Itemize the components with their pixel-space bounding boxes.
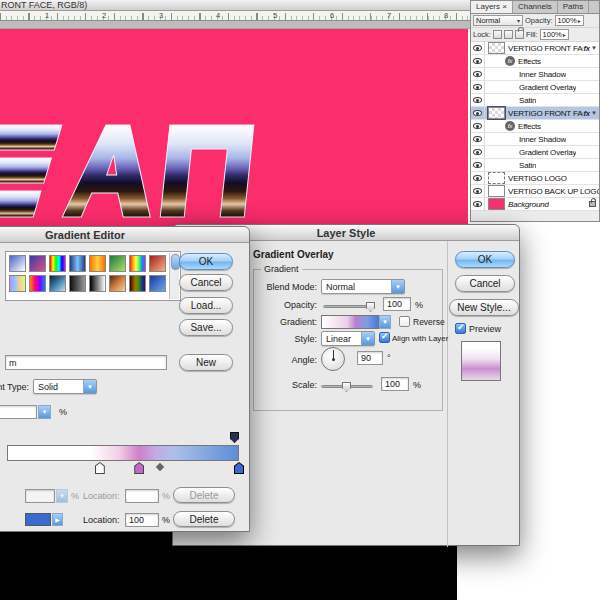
layer-row[interactable]: VERTIGO FRONT FACEfx▼ <box>471 107 599 120</box>
visibility-toggle[interactable] <box>471 55 485 67</box>
panel-tab-layers[interactable]: Layers × <box>471 1 513 13</box>
layer-thumbnail[interactable] <box>488 185 505 197</box>
cancel-button[interactable]: Cancel <box>179 274 233 291</box>
color-stop[interactable] <box>234 462 244 474</box>
fill-value[interactable]: 100%▸ <box>540 29 569 40</box>
cancel-button[interactable]: Cancel <box>455 275 515 292</box>
fx-indicator[interactable]: fx▼ <box>583 109 599 118</box>
angle-dial[interactable] <box>321 347 345 371</box>
gradient-preset[interactable] <box>89 255 106 272</box>
blend-mode-dropdown[interactable]: Normal▼ <box>321 279 405 294</box>
layer-row[interactable]: VERTIGO BACK UP LOGO <box>471 185 599 198</box>
preview-checkbox[interactable] <box>455 323 466 334</box>
opacity-stop[interactable] <box>230 432 239 443</box>
smoothness-dropdown-button[interactable]: ▼ <box>38 405 51 419</box>
delete-color-stop-button[interactable]: Delete <box>173 511 235 527</box>
stop-location-input[interactable] <box>125 489 159 503</box>
ok-button[interactable]: OK <box>179 253 233 270</box>
layer-effect-row[interactable]: fxEffects <box>471 55 599 68</box>
layer-effect-row[interactable]: Gradient Overlay <box>471 81 599 94</box>
layer-effect-row[interactable]: Satin <box>471 94 599 107</box>
layer-effect-row[interactable]: Gradient Overlay <box>471 146 599 159</box>
visibility-toggle[interactable] <box>471 81 485 93</box>
gradient-picker-button[interactable]: ▼ <box>379 315 391 329</box>
visibility-toggle[interactable] <box>471 120 485 132</box>
gradient-preset[interactable] <box>129 275 146 292</box>
style-dropdown[interactable]: Linear▼ <box>321 331 375 346</box>
panel-tab-paths[interactable]: Paths <box>558 1 589 13</box>
gradient-preset[interactable] <box>9 275 26 292</box>
new-style-button[interactable]: New Style... <box>449 299 519 316</box>
gradient-preset[interactable] <box>49 275 66 292</box>
layer-row[interactable]: VERTIGO FRONT FACE copyfx▼ <box>471 42 599 55</box>
presets-scrollbar[interactable] <box>169 253 179 299</box>
smoothness-input[interactable]: 100 <box>0 405 37 419</box>
layer-thumbnail[interactable] <box>488 198 505 210</box>
lock-transparency-icon[interactable] <box>493 30 502 39</box>
opacity-slider[interactable] <box>323 305 375 308</box>
stop-location-input[interactable]: 100 <box>125 513 159 527</box>
visibility-toggle[interactable] <box>471 107 485 119</box>
layer-effect-row[interactable]: Inner Shadow <box>471 68 599 81</box>
layer-thumbnail[interactable] <box>488 42 505 54</box>
layer-thumbnail[interactable] <box>488 107 505 119</box>
new-button[interactable]: New <box>179 354 233 371</box>
gradient-preset[interactable] <box>49 255 66 272</box>
scale-input[interactable]: 100 <box>381 377 409 391</box>
opacity-value[interactable]: 100%▸ <box>555 15 584 26</box>
reverse-checkbox[interactable] <box>399 316 410 327</box>
visibility-toggle[interactable] <box>471 42 485 54</box>
stop-color-picker-button[interactable]: ▶ <box>52 513 63 526</box>
blend-mode-select[interactable]: Normal▾ <box>473 15 523 26</box>
visibility-toggle[interactable] <box>471 159 485 171</box>
align-checkbox[interactable] <box>379 332 390 343</box>
gradient-preset[interactable] <box>69 275 86 292</box>
lock-pixels-icon[interactable] <box>504 30 513 39</box>
color-stop[interactable] <box>134 462 144 474</box>
layer-effect-row[interactable]: Inner Shadow <box>471 133 599 146</box>
scale-slider[interactable] <box>321 385 373 388</box>
delete-opacity-stop-button[interactable]: Delete <box>173 487 235 503</box>
gradient-type-dropdown[interactable]: Solid▼ <box>33 379 97 394</box>
visibility-toggle[interactable] <box>471 198 485 210</box>
opacity-input[interactable]: 100 <box>383 297 411 311</box>
stop-opacity-input[interactable] <box>25 489 55 503</box>
color-stop[interactable] <box>95 462 105 474</box>
stop-opacity-dropdown-button[interactable]: ▼ <box>56 489 68 503</box>
gradient-preset[interactable] <box>9 255 26 272</box>
panel-tab-channels[interactable]: Channels <box>513 1 558 13</box>
dialog-titlebar[interactable]: Gradient Editor <box>0 227 249 243</box>
gradient-preset[interactable] <box>109 275 126 292</box>
visibility-toggle[interactable] <box>471 172 485 184</box>
layer-row[interactable]: Background <box>471 198 599 211</box>
layer-thumbnail[interactable] <box>488 172 505 184</box>
layer-row[interactable]: VERTIGO LOGO <box>471 172 599 185</box>
midpoint-marker[interactable] <box>156 463 164 471</box>
angle-input[interactable]: 90 <box>357 351 383 365</box>
gradient-preset[interactable] <box>69 255 86 272</box>
gradient-preset[interactable] <box>29 255 46 272</box>
gradient-preset[interactable] <box>109 255 126 272</box>
gradient-preset[interactable] <box>149 275 166 292</box>
layer-effect-row[interactable]: Satin <box>471 159 599 172</box>
ok-button[interactable]: OK <box>455 251 515 268</box>
visibility-toggle[interactable] <box>471 185 485 197</box>
gradient-swatch[interactable] <box>321 315 379 329</box>
load-button[interactable]: Load... <box>179 297 233 314</box>
visibility-toggle[interactable] <box>471 133 485 145</box>
gradient-bar[interactable] <box>7 445 239 461</box>
gradient-preset[interactable] <box>89 275 106 292</box>
visibility-toggle[interactable] <box>471 68 485 80</box>
document-canvas[interactable] <box>0 29 468 227</box>
gradient-name-input[interactable]: m <box>5 355 167 370</box>
gradient-preset[interactable] <box>129 255 146 272</box>
lock-all-icon[interactable] <box>515 30 524 39</box>
fx-indicator[interactable]: fx▼ <box>583 44 599 53</box>
visibility-toggle[interactable] <box>471 146 485 158</box>
stop-color-swatch[interactable] <box>25 513 51 526</box>
document-titlebar[interactable]: RONT FACE, RGB/8) <box>0 0 470 11</box>
layer-effect-row[interactable]: fxEffects <box>471 120 599 133</box>
gradient-preset[interactable] <box>149 255 166 272</box>
save-button[interactable]: Save... <box>179 319 233 336</box>
visibility-toggle[interactable] <box>471 94 485 106</box>
